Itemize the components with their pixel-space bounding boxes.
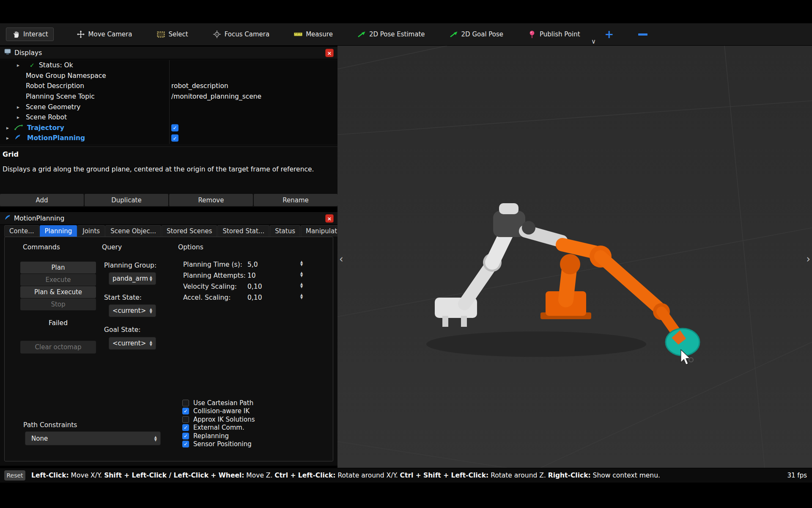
checkmark-icon: ✓ <box>173 125 177 130</box>
tool-publish-point[interactable]: Publish Point <box>526 28 582 41</box>
select-box-icon <box>156 30 165 39</box>
planning-time-value[interactable]: 5,0 <box>247 261 258 268</box>
motionplanning-panel-icon <box>4 214 11 222</box>
path-constraints-value: None <box>29 435 48 442</box>
expander-icon[interactable]: ▸ <box>6 135 9 141</box>
move-camera-icon <box>77 30 85 39</box>
robot-shadow <box>426 331 646 357</box>
tab-status[interactable]: Status <box>270 225 300 237</box>
status-ok-icon: ✓ <box>30 62 35 69</box>
spinner-control[interactable]: ▲▼ <box>300 293 303 299</box>
displays-panel-icon <box>4 49 11 57</box>
external-comm-checkbox[interactable]: ✓ <box>182 424 189 431</box>
expander-icon[interactable]: ▸ <box>17 62 19 68</box>
panel-collapse-right-icon[interactable]: › <box>806 254 810 264</box>
pose-estimate-arrow-icon <box>357 30 366 39</box>
motionplanning-enabled-checkbox[interactable]: ✓ <box>171 135 178 142</box>
tab-scene-objects[interactable]: Scene Objec... <box>105 225 161 237</box>
tab-stored-scenes[interactable]: Stored Scenes <box>162 225 217 237</box>
add-display-button[interactable]: Add <box>0 194 84 206</box>
goal-state-value: <current> <box>112 340 146 347</box>
clear-octomap-button[interactable]: Clear octomap <box>20 341 96 353</box>
toolbar-overflow-icon[interactable]: ∨ <box>591 39 596 44</box>
approx-ik-solutions-checkbox-row[interactable]: ✓ Approx IK Solutions <box>182 415 255 423</box>
tree-row-motionplanning[interactable]: ▸ MotionPlanning ✓ <box>0 133 337 144</box>
planning-attempts-row: Planning Attempts: 10 ▲▼ <box>183 271 310 281</box>
tool-interact[interactable]: Interact <box>6 28 54 41</box>
displays-tree: ▸ ✓ Status: Ok Move Group Namespace Robo… <box>0 60 337 144</box>
collision-aware-ik-checkbox-row[interactable]: ✓ Collision-aware IK <box>182 407 250 415</box>
reset-button[interactable]: Reset <box>4 470 25 480</box>
approx-ik-solutions-checkbox[interactable]: ✓ <box>182 416 189 423</box>
spinner-control[interactable]: ▲▼ <box>300 271 303 277</box>
spinner-control[interactable]: ▲▼ <box>300 260 303 266</box>
tool-2d-goal-pose[interactable]: 2D Goal Pose <box>448 28 505 41</box>
motionplanning-close-button[interactable]: × <box>325 214 334 223</box>
expander-icon[interactable]: ▸ <box>6 125 9 131</box>
replanning-checkbox[interactable]: ✓ <box>182 433 189 439</box>
expander-icon[interactable]: ▸ <box>17 114 19 120</box>
tree-row-scene-robot[interactable]: ▸ Scene Robot <box>0 112 337 123</box>
plan-and-execute-button[interactable]: Plan & Execute <box>20 286 96 298</box>
tree-row-robot-description[interactable]: Robot Description robot_description <box>0 81 337 91</box>
dropdown-updown-icon: ▲▼ <box>150 276 152 282</box>
start-state-dropdown[interactable]: <current> ▲▼ <box>109 304 156 317</box>
panel-collapse-left-icon[interactable]: ‹ <box>339 254 343 264</box>
3d-viewport[interactable]: ‹ › <box>337 46 812 468</box>
planning-group-dropdown[interactable]: panda_arm ▲▼ <box>109 272 156 285</box>
checkbox-label: Collision-aware IK <box>193 407 250 415</box>
tab-joints[interactable]: Joints <box>77 225 105 237</box>
tool-select[interactable]: Select <box>155 28 189 41</box>
plus-icon: + <box>605 30 614 39</box>
planning-group-label: Planning Group: <box>104 262 156 269</box>
sensor-positioning-checkbox[interactable]: ✓ <box>182 441 189 447</box>
options-section-label: Options <box>178 243 203 251</box>
tab-planning[interactable]: Planning <box>40 225 77 237</box>
tab-context[interactable]: Conte... <box>4 225 39 237</box>
tree-label: Status: Ok <box>39 61 73 69</box>
checkbox-label: External Comm. <box>193 424 244 431</box>
external-comm-checkbox-row[interactable]: ✓ External Comm. <box>182 424 244 432</box>
query-section-label: Query <box>102 243 122 251</box>
stop-button[interactable]: Stop <box>20 298 96 310</box>
rename-display-button[interactable]: Rename <box>254 194 337 206</box>
execute-button[interactable]: Execute <box>20 274 96 286</box>
tool-measure[interactable]: Measure <box>292 28 335 41</box>
replanning-checkbox-row[interactable]: ✓ Replanning <box>182 432 229 440</box>
tool-label: 2D Pose Estimate <box>369 30 425 38</box>
plan-button[interactable]: Plan <box>20 262 96 273</box>
path-constraints-dropdown[interactable]: None ▲▼ <box>25 431 161 445</box>
sensor-positioning-checkbox-row[interactable]: ✓ Sensor Positioning <box>182 440 252 448</box>
tree-row-planning-scene-topic[interactable]: Planning Scene Topic /monitored_planning… <box>0 91 337 102</box>
spinner-control[interactable]: ▲▼ <box>300 282 303 288</box>
expander-icon[interactable]: ▸ <box>17 104 19 110</box>
tool-focus-camera[interactable]: Focus Camera <box>211 28 271 41</box>
remove-display-button[interactable]: Remove <box>169 194 253 206</box>
collision-aware-ik-checkbox[interactable]: ✓ <box>182 408 189 414</box>
remove-tool-button[interactable] <box>636 31 649 38</box>
tool-2d-pose-estimate[interactable]: 2D Pose Estimate <box>356 28 427 41</box>
tree-row-scene-geometry[interactable]: ▸ Scene Geometry <box>0 102 337 112</box>
trajectory-enabled-checkbox[interactable]: ✓ <box>171 124 178 131</box>
motionplanning-panel-header[interactable]: MotionPlanning × <box>0 212 337 225</box>
add-tool-button[interactable]: + <box>603 28 616 41</box>
commands-section-label: Commands <box>23 243 60 251</box>
use-cartesian-path-checkbox-row[interactable]: ✓ Use Cartesian Path <box>182 399 253 407</box>
velocity-scaling-value[interactable]: 0,10 <box>247 283 262 290</box>
tree-row-trajectory[interactable]: ▸ Trajectory ✓ <box>0 123 337 133</box>
accel-scaling-value[interactable]: 0,10 <box>247 294 262 301</box>
tree-value[interactable]: robot_description <box>171 82 228 90</box>
plan-status-label: Failed <box>20 319 96 327</box>
tree-value[interactable]: /monitored_planning_scene <box>171 93 261 100</box>
duplicate-display-button[interactable]: Duplicate <box>85 194 168 206</box>
tool-move-camera[interactable]: Move Camera <box>75 28 134 41</box>
goal-state-dropdown[interactable]: <current> ▲▼ <box>109 337 156 350</box>
displays-panel-header[interactable]: Displays × <box>0 47 337 59</box>
use-cartesian-path-checkbox[interactable]: ✓ <box>182 400 189 406</box>
planning-attempts-value[interactable]: 10 <box>247 272 256 279</box>
displays-close-button[interactable]: × <box>325 49 334 57</box>
tree-column-divider[interactable] <box>169 60 170 144</box>
tab-stored-states[interactable]: Stored Stat... <box>217 225 269 237</box>
tree-row-status[interactable]: ▸ ✓ Status: Ok <box>0 60 337 71</box>
tree-row-move-group-namespace[interactable]: Move Group Namespace <box>0 71 337 81</box>
